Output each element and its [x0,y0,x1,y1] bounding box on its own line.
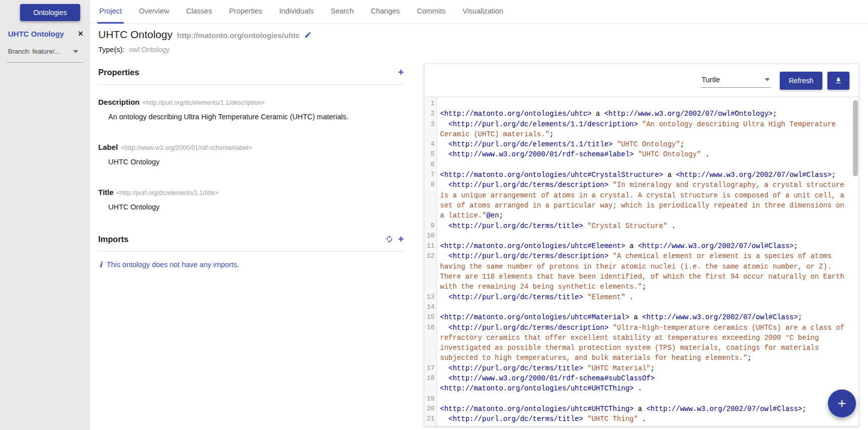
imports-heading: Imports [98,235,129,244]
property-iri: <http://purl.org/dc/elements/1.1/title> [117,189,219,196]
tab-changes[interactable]: Changes [369,0,402,24]
code-line: 2<http://matonto.org/ontologies/uhtc> a … [424,109,858,119]
refresh-imports-icon[interactable] [385,235,393,243]
property-list: Description<http://purl.org/dc/elements/… [98,98,404,211]
branch-label: Branch: feature/... [8,48,60,55]
code-line: 16 <http://purl.org/dc/terms/description… [424,323,858,363]
property-label: Title [98,188,114,196]
refresh-button[interactable]: Refresh [780,72,822,90]
tab-individuals[interactable]: Individuals [277,0,316,24]
ontology-iri: http://matonto.org/ontologies/uhtc [177,31,300,40]
line-number: 8 [424,180,437,221]
line-number: 10 [424,231,437,241]
download-icon [834,77,842,85]
property-label: Description [98,98,140,106]
branch-select[interactable]: Branch: feature/... [8,48,78,55]
download-button[interactable] [827,72,849,90]
open-ontology-row: UHTC Ontology × [8,29,83,38]
code-line: 15<http://matonto.org/ontologies/uhtc#Ma… [424,312,858,322]
code-line: 18 <http://www.w3.org/2000/01/rdf-schema… [424,373,858,394]
properties-section-header: Properties + [98,66,404,78]
code-line: 9 <http://purl.org/dc/terms/title> "Crys… [424,221,858,231]
code-line: 5 <http://www.w3.org/2000/01/rdf-schema#… [424,149,858,159]
ontology-header: UHTC Ontology http://matonto.org/ontolog… [98,29,312,54]
code-line: 17 <http://purl.org/dc/terms/title> "UHT… [424,363,858,373]
code-line: 20<http://matonto.org/ontologies/uhtc#UH… [424,404,858,414]
properties-divider [98,84,404,85]
property-value: UHTC Ontology [108,158,404,166]
serialization-format-select[interactable]: Turtle [701,74,771,88]
line-number: 1 [424,99,437,109]
property-item: Description<http://purl.org/dc/elements/… [98,98,404,121]
line-number: 15 [424,312,437,322]
line-number: 20 [424,404,437,414]
code-scrollbar-thumb[interactable] [853,100,858,176]
types-value: owl:Ontology [129,46,169,54]
line-number: 13 [424,292,437,302]
add-property-button[interactable]: + [398,67,404,77]
code-line: 1 [424,99,858,109]
chevron-down-icon [765,78,770,81]
tab-commits[interactable]: Commits [415,0,448,24]
line-number: 9 [424,221,437,231]
property-item: Title<http://purl.org/dc/elements/1.1/ti… [98,188,404,211]
open-ontology-name[interactable]: UHTC Ontology [8,30,64,38]
ontology-sidebar: Ontologies UHTC Ontology × Branch: featu… [0,0,90,430]
code-editor[interactable]: 12<http://matonto.org/ontologies/uhtc> a… [424,97,858,426]
line-number: 17 [424,363,437,373]
line-number: 21 [424,414,437,424]
property-iri: <http://www.w3.org/2000/01/rdf-schema#la… [121,144,252,151]
line-number: 3 [424,119,437,140]
line-number: 14 [424,302,437,312]
imports-divider [98,251,404,252]
ontology-details-column: Properties + Description<http://purl.org… [98,66,404,269]
edit-iri-icon[interactable] [304,31,312,39]
property-value: An ontology describing Ultra High Temper… [108,113,404,121]
code-line: 7<http://matonto.org/ontologies/uhtc#Cry… [424,170,858,180]
code-line: 14 [424,302,858,312]
chevron-down-icon [73,50,78,53]
serialization-preview-card: Turtle Refresh 12<http://matonto.org/ont… [424,64,859,426]
line-number: 6 [424,160,437,170]
line-number: 12 [424,251,437,292]
code-line: 21 <http://purl.org/dc/terms/title> "UHT… [424,414,858,424]
property-value: UHTC Ontology [108,203,404,211]
tab-project[interactable]: Project [97,0,124,24]
preview-toolbar: Turtle Refresh [424,64,858,97]
imports-section-header: Imports + [98,233,404,245]
code-line: 8 <http://purl.org/dc/terms/description>… [424,180,858,221]
tab-search[interactable]: Search [329,0,356,24]
plus-icon: + [838,395,846,411]
code-line: 4 <http://purl.org/dc/elements/1.1/title… [424,139,858,149]
tab-properties[interactable]: Properties [227,0,264,24]
code-scrollbar[interactable] [853,98,858,425]
ontologies-button[interactable]: Ontologies [20,4,80,21]
page-title: UHTC Ontology [98,29,172,41]
line-number: 4 [424,139,437,149]
line-number: 5 [424,149,437,159]
code-line: 3 <http://purl.org/dc/elements/1.1/descr… [424,119,858,140]
line-number: 11 [424,241,437,251]
property-label: Label [98,143,118,151]
no-imports-message: i This ontology does not have any import… [99,260,404,269]
tab-classes[interactable]: Classes [184,0,214,24]
code-line: 13 <http://purl.org/dc/terms/title> "Ele… [424,292,858,302]
tab-visualization[interactable]: Visualization [461,0,505,24]
project-tab-content: UHTC Ontology http://matonto.org/ontolog… [90,24,868,430]
types-label: Type(s): [98,46,124,54]
imports-section: Imports + i This ontology does not have … [98,233,404,269]
code-line: 12 <http://purl.org/dc/terms/description… [424,251,858,292]
code-line: 6 [424,160,858,170]
main-area: ProjectOverviewClassesPropertiesIndividu… [90,0,868,430]
property-item: Label<http://www.w3.org/2000/01/rdf-sche… [98,143,404,166]
close-ontology-icon[interactable]: × [78,29,83,38]
sidebar-divider [7,62,83,63]
tab-overview[interactable]: Overview [137,0,171,24]
add-import-button[interactable]: + [398,234,404,244]
line-number: 18 [424,373,437,394]
fab-add-button[interactable]: + [828,389,856,417]
line-number: 2 [424,109,437,119]
code-line: 19 [424,394,858,404]
no-imports-text: This ontology does not have any imports. [107,261,239,269]
info-icon: i [99,260,102,269]
